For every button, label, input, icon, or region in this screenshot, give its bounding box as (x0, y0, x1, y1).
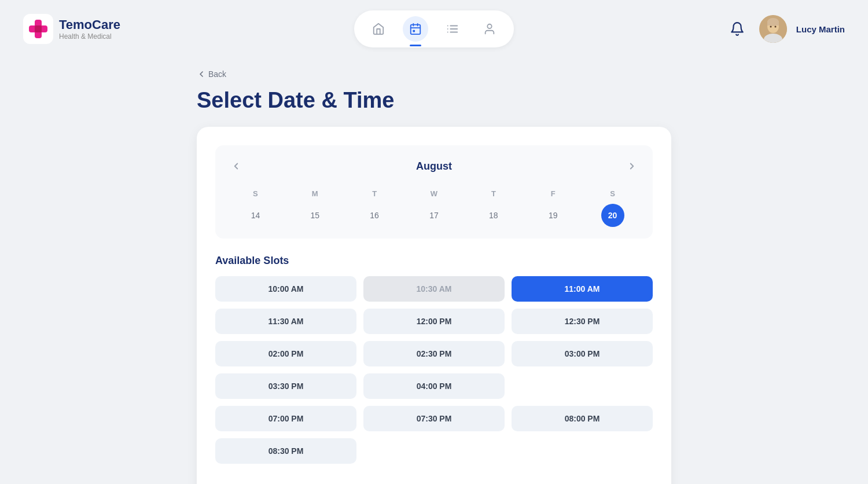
svg-point-21 (774, 26, 776, 28)
home-icon (372, 23, 385, 35)
bell-icon (730, 21, 745, 36)
user-name-label: Lucy Martin (796, 24, 845, 34)
day-label-s1: S (227, 186, 284, 201)
slot-1230pm[interactable]: 12:30 PM (512, 309, 653, 334)
svg-rect-3 (35, 25, 42, 32)
brand-tagline: Health & Medical (59, 32, 120, 41)
main-content: Back Select Date & Time August (174, 58, 694, 484)
day-label-f: F (524, 186, 582, 201)
svg-rect-8 (413, 30, 415, 32)
page-title: Select Date & Time (197, 88, 671, 113)
slot-1100am[interactable]: 11:00 AM (512, 276, 653, 302)
slots-grid: 10:00 AM 10:30 AM 11:00 AM 11:30 AM 12:0… (215, 276, 653, 464)
svg-point-20 (770, 26, 771, 28)
day-label-t2: T (465, 186, 522, 201)
back-button[interactable]: Back (197, 69, 671, 79)
slot-empty-3 (512, 438, 653, 464)
svg-point-15 (487, 24, 491, 28)
calendar-day-19[interactable]: 19 (542, 204, 565, 227)
list-icon (446, 23, 459, 35)
nav-item-list[interactable] (440, 16, 465, 42)
next-month-button[interactable] (623, 157, 641, 175)
slot-1000am[interactable]: 10:00 AM (215, 276, 356, 302)
slot-0330pm[interactable]: 03:30 PM (215, 373, 356, 399)
calendar-day-16[interactable]: 16 (363, 204, 386, 227)
calendar-day-20[interactable]: 20 (601, 204, 624, 227)
back-label: Back (208, 69, 226, 79)
slot-0400pm[interactable]: 04:00 PM (363, 373, 505, 399)
calendar-day-15[interactable]: 15 (303, 204, 326, 227)
nav-item-calendar[interactable] (403, 16, 428, 42)
slots-title: Available Slots (215, 255, 653, 267)
main-nav (354, 10, 514, 47)
slots-section: Available Slots 10:00 AM 10:30 AM 11:00 … (215, 255, 653, 464)
calendar-grid: S M T W T F S 14 15 16 17 18 19 20 (227, 186, 641, 227)
logo: TemoCare Health & Medical (23, 14, 120, 44)
person-icon (483, 23, 496, 35)
calendar-icon (409, 23, 422, 35)
nav-item-home[interactable] (366, 16, 391, 42)
slot-0230pm[interactable]: 02:30 PM (363, 341, 505, 366)
calendar-header: August (227, 157, 641, 175)
slot-1030am: 10:30 AM (363, 276, 505, 302)
slot-0830pm[interactable]: 08:30 PM (215, 438, 356, 464)
svg-rect-19 (767, 21, 779, 25)
day-label-s2: S (584, 186, 641, 201)
calendar: August S M T W T F S 14 15 16 (215, 145, 653, 239)
slot-1200pm[interactable]: 12:00 PM (363, 309, 505, 334)
avatar-image (759, 15, 787, 43)
logo-text: TemoCare Health & Medical (59, 17, 120, 41)
slot-0200pm[interactable]: 02:00 PM (215, 341, 356, 366)
day-label-m: M (286, 186, 344, 201)
calendar-month: August (416, 160, 452, 173)
notification-button[interactable] (724, 16, 750, 42)
calendar-day-14[interactable]: 14 (244, 204, 267, 227)
slot-empty-2 (363, 438, 505, 464)
prev-month-button[interactable] (227, 157, 245, 175)
day-label-t1: T (346, 186, 403, 201)
header: TemoCare Health & Medical (0, 0, 868, 58)
chevron-left-icon (197, 69, 206, 79)
logo-icon (23, 14, 53, 44)
slot-0300pm[interactable]: 03:00 PM (512, 341, 653, 366)
date-time-card: August S M T W T F S 14 15 16 (197, 127, 671, 484)
slot-0800pm[interactable]: 08:00 PM (512, 406, 653, 431)
slot-0730pm[interactable]: 07:30 PM (363, 406, 505, 431)
chevron-right-icon (627, 161, 637, 171)
slot-1130am[interactable]: 11:30 AM (215, 309, 356, 334)
calendar-day-17[interactable]: 17 (422, 204, 446, 227)
header-right: Lucy Martin (724, 15, 845, 43)
calendar-day-18[interactable]: 18 (482, 204, 505, 227)
nav-item-profile[interactable] (477, 16, 502, 42)
avatar[interactable] (759, 15, 787, 43)
day-label-w: W (406, 186, 463, 201)
slot-empty-1 (512, 373, 653, 399)
brand-name: TemoCare (59, 17, 120, 32)
chevron-left-icon (231, 161, 241, 171)
svg-rect-4 (411, 25, 421, 34)
slot-0700pm[interactable]: 07:00 PM (215, 406, 356, 431)
